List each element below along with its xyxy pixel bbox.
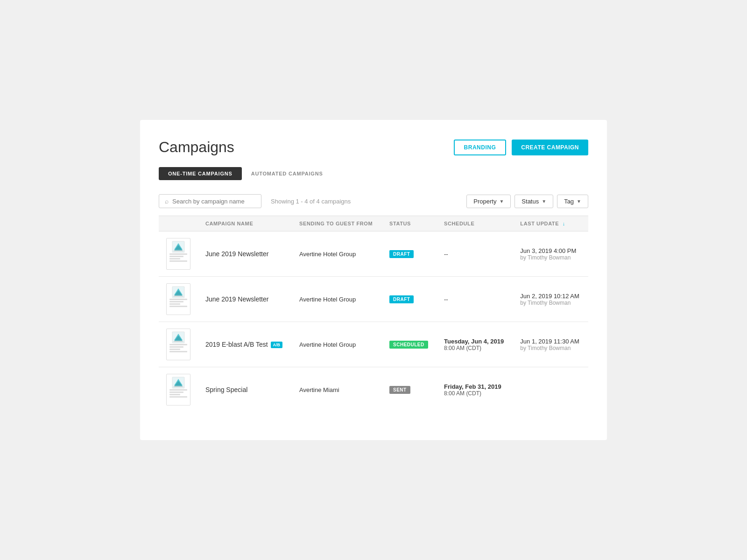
sending-from-text: Avertine Hotel Group (299, 296, 356, 303)
schedule-cell: -- (437, 231, 513, 277)
campaign-name-cell: 2019 E-blast A/B TestA/B (198, 322, 292, 367)
last-update-cell: Jun 3, 2019 4:00 PM by Timothy Bowman (513, 231, 588, 277)
schedule-time: 8:00 AM (CDT) (444, 390, 505, 397)
campaign-name-text: Spring Special (205, 386, 247, 393)
sending-from-cell: Avertine Miami (292, 367, 382, 413)
sending-from-cell: Avertine Hotel Group (292, 277, 382, 322)
status-cell: SCHEDULED (382, 322, 437, 367)
table-row[interactable]: June 2019 Newsletter Avertine Hotel Grou… (159, 277, 588, 322)
chevron-down-icon: ▼ (542, 199, 546, 204)
schedule-empty: -- (444, 296, 448, 303)
svg-rect-7 (173, 296, 183, 297)
header-actions: BRANDING CREATE CAMPAIGN (454, 140, 588, 155)
status-badge: SCHEDULED (389, 341, 428, 349)
search-input[interactable] (172, 198, 255, 205)
svg-rect-3 (173, 251, 183, 252)
status-cell: SENT (382, 367, 437, 413)
campaign-name-cell: June 2019 Newsletter (198, 277, 292, 322)
campaign-name-text: 2019 E-blast A/B Test (205, 341, 268, 348)
last-update-cell (513, 367, 588, 413)
schedule-date: Friday, Feb 31, 2019 (444, 383, 505, 390)
col-header-sending-to: SENDING TO GUEST FROM (292, 216, 382, 231)
last-update-by: by Timothy Bowman (520, 345, 581, 351)
table-row[interactable]: Spring Special Avertine Miami SENT Frida… (159, 367, 588, 413)
col-header-campaign-name: CAMPAIGN NAME (198, 216, 292, 231)
tab-automated-campaigns[interactable]: AUTOMATED CAMPAIGNS (242, 167, 332, 180)
campaign-name-cell: Spring Special (198, 367, 292, 413)
campaign-thumbnail (166, 329, 190, 360)
last-update-cell: Jun 1, 2019 11:30 AM by Timothy Bowman (513, 322, 588, 367)
status-badge: SENT (389, 386, 410, 394)
svg-rect-15 (173, 386, 183, 387)
campaign-thumbnail (166, 374, 190, 406)
showing-text: Showing 1 - 4 of 4 campaigns (271, 198, 461, 205)
svg-rect-11 (173, 341, 183, 342)
schedule-cell: -- (437, 277, 513, 322)
thumbnail-logo-icon (171, 376, 185, 389)
campaign-thumbnail-cell (159, 322, 198, 367)
campaign-name-cell: June 2019 Newsletter (198, 231, 292, 277)
sending-from-text: Avertine Miami (299, 386, 339, 393)
page-title: Campaigns (159, 139, 234, 156)
branding-button[interactable]: BRANDING (454, 140, 507, 155)
last-update-by: by Timothy Bowman (520, 254, 581, 261)
sending-from-cell: Avertine Hotel Group (292, 231, 382, 277)
tab-one-time-campaigns[interactable]: ONE-TIME CAMPAIGNS (159, 167, 242, 180)
campaign-thumbnail-cell (159, 277, 198, 322)
last-update-date: Jun 1, 2019 11:30 AM (520, 338, 581, 345)
thumbnail-logo-icon (171, 286, 185, 299)
sort-descending-icon: ↓ (563, 221, 565, 226)
thumbnail-logo-icon (171, 240, 185, 253)
search-icon: ⌕ (165, 197, 169, 205)
campaign-thumbnail (166, 283, 190, 315)
campaign-thumbnail (166, 238, 190, 270)
schedule-cell: Friday, Feb 31, 2019 8:00 AM (CDT) (437, 367, 513, 413)
chevron-down-icon: ▼ (577, 199, 581, 204)
filter-dropdowns: Property ▼ Status ▼ Tag ▼ (466, 195, 588, 208)
schedule-time: 8:00 AM (CDT) (444, 345, 505, 351)
schedule-empty: -- (444, 251, 448, 258)
campaigns-table: CAMPAIGN NAME SENDING TO GUEST FROM STAT… (159, 216, 588, 412)
sending-from-text: Avertine Hotel Group (299, 251, 356, 258)
last-update-date: Jun 2, 2019 10:12 AM (520, 293, 581, 300)
col-header-last-update[interactable]: LAST UPDATE ↓ (513, 216, 588, 231)
ab-badge: A/B (271, 342, 283, 348)
search-box[interactable]: ⌕ (159, 194, 261, 208)
col-header-thumbnail (159, 216, 198, 231)
tag-filter[interactable]: Tag ▼ (557, 195, 588, 208)
campaign-name-text: June 2019 Newsletter (205, 295, 268, 303)
col-header-status: STATUS (382, 216, 437, 231)
schedule-cell: Tuesday, Jun 4, 2019 8:00 AM (CDT) (437, 322, 513, 367)
page-header: Campaigns BRANDING CREATE CAMPAIGN (159, 139, 588, 156)
thumbnail-logo-icon (171, 331, 185, 344)
chevron-down-icon: ▼ (499, 199, 504, 204)
campaign-thumbnail-cell (159, 231, 198, 277)
table-row[interactable]: June 2019 Newsletter Avertine Hotel Grou… (159, 231, 588, 277)
status-badge: DRAFT (389, 250, 414, 258)
create-campaign-button[interactable]: CREATE CAMPAIGN (512, 140, 588, 155)
campaign-thumbnail-cell (159, 367, 198, 413)
main-container: Campaigns BRANDING CREATE CAMPAIGN ONE-T… (140, 120, 607, 440)
col-header-schedule: SCHEDULE (437, 216, 513, 231)
property-filter[interactable]: Property ▼ (466, 195, 511, 208)
sending-from-cell: Avertine Hotel Group (292, 322, 382, 367)
status-cell: DRAFT (382, 277, 437, 322)
schedule-date: Tuesday, Jun 4, 2019 (444, 338, 505, 345)
tabs-container: ONE-TIME CAMPAIGNS AUTOMATED CAMPAIGNS (159, 167, 588, 180)
status-cell: DRAFT (382, 231, 437, 277)
table-header-row: CAMPAIGN NAME SENDING TO GUEST FROM STAT… (159, 216, 588, 231)
status-badge: DRAFT (389, 295, 414, 303)
last-update-by: by Timothy Bowman (520, 300, 581, 306)
campaign-name-text: June 2019 Newsletter (205, 250, 268, 258)
last-update-cell: Jun 2, 2019 10:12 AM by Timothy Bowman (513, 277, 588, 322)
filters-row: ⌕ Showing 1 - 4 of 4 campaigns Property … (159, 194, 588, 216)
last-update-date: Jun 3, 2019 4:00 PM (520, 247, 581, 254)
status-filter[interactable]: Status ▼ (514, 195, 553, 208)
table-row[interactable]: 2019 E-blast A/B TestA/B Avertine Hotel … (159, 322, 588, 367)
sending-from-text: Avertine Hotel Group (299, 341, 356, 348)
